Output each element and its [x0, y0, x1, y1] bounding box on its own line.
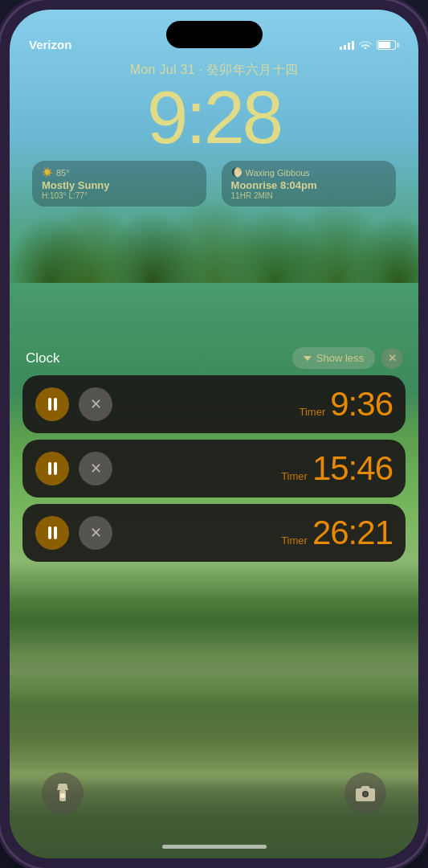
phone-frame: Verizon	[0, 0, 428, 868]
carrier-label: Verizon	[29, 38, 71, 51]
show-less-button[interactable]: Show less	[292, 347, 375, 369]
timer-label-3: Timer	[281, 534, 308, 547]
pause-icon-3	[48, 526, 57, 539]
weather-temp: 85°	[56, 168, 70, 178]
camera-icon	[355, 784, 376, 802]
timer-row: ✕ Timer 26:21	[22, 504, 406, 562]
svg-point-1	[60, 793, 65, 798]
clock-header: Clock Show less ✕	[22, 347, 406, 369]
camera-button[interactable]	[344, 772, 386, 814]
svg-point-3	[364, 792, 368, 796]
timer-display-1: Timer 9:36	[122, 386, 393, 423]
bottom-controls	[10, 772, 418, 814]
close-icon: ✕	[388, 352, 397, 364]
timer-label-2: Timer	[281, 470, 308, 482]
weather-widget: ☀️ 85° Mostly Sunny H:103° L:77°	[32, 161, 206, 207]
cancel-icon-1: ✕	[90, 395, 102, 413]
weather-highlow: H:103° L:77°	[42, 191, 197, 200]
cancel-button-2[interactable]: ✕	[79, 452, 112, 485]
moon-icon: 🌔	[231, 167, 243, 178]
moon-widget: 🌔 Waxing Gibbous Moonrise 8:04pm 11HR 2M…	[222, 161, 396, 207]
moonrise-text: Moonrise 8:04pm	[231, 179, 386, 191]
timer-time-3: 26:21	[312, 514, 393, 551]
timer-display-2: Timer 15:46	[122, 450, 393, 487]
signal-icon	[340, 41, 354, 50]
pause-button-3[interactable]	[35, 516, 69, 550]
cancel-icon-2: ✕	[90, 460, 102, 477]
lock-screen-content: Mon Jul 31 · 癸卯年六月十四 9:28 ☀️ 85° Mostly …	[10, 62, 418, 207]
timer-time-2: 15:46	[312, 450, 393, 487]
water-overlay	[10, 657, 418, 858]
moon-duration: 11HR 2MIN	[231, 191, 386, 200]
pause-icon-1	[48, 398, 57, 411]
chevron-down-icon	[304, 356, 312, 361]
moon-title: 🌔 Waxing Gibbous	[231, 167, 386, 178]
status-icons	[340, 39, 399, 51]
widgets-row: ☀️ 85° Mostly Sunny H:103° L:77° 🌔 Waxin…	[26, 161, 402, 207]
screen: Verizon	[10, 10, 418, 858]
close-clock-button[interactable]: ✕	[381, 348, 402, 369]
clock-display: 9:28	[26, 80, 402, 154]
flashlight-button[interactable]	[42, 772, 84, 814]
pause-button-1[interactable]	[35, 387, 69, 421]
moon-phase: Waxing Gibbous	[246, 168, 310, 178]
battery-icon	[377, 40, 399, 50]
timer-row: ✕ Timer 15:46	[22, 440, 406, 497]
dynamic-island	[166, 21, 263, 48]
pause-button-2[interactable]	[35, 452, 69, 485]
cancel-button-3[interactable]: ✕	[79, 516, 112, 550]
show-less-label: Show less	[316, 352, 364, 364]
cancel-button-1[interactable]: ✕	[79, 387, 112, 421]
flashlight-icon	[54, 782, 71, 805]
timer-row: ✕ Timer 9:36	[22, 375, 406, 433]
cancel-icon-3: ✕	[90, 524, 102, 542]
clock-section: Clock Show less ✕	[22, 347, 406, 568]
weather-title: ☀️ 85°	[42, 167, 197, 178]
timer-time-1: 9:36	[330, 386, 393, 423]
clock-section-label: Clock	[26, 350, 60, 366]
home-indicator[interactable]	[162, 845, 267, 849]
sun-icon: ☀️	[42, 167, 53, 178]
timer-label-1: Timer	[300, 406, 326, 418]
pause-icon-2	[48, 462, 57, 475]
timer-display-3: Timer 26:21	[122, 514, 393, 551]
wifi-icon	[359, 39, 372, 51]
weather-condition: Mostly Sunny	[42, 179, 197, 191]
